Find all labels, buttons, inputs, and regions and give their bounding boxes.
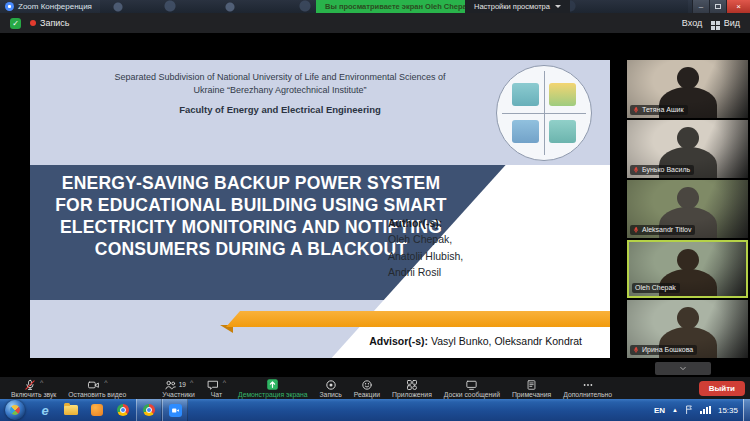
orange-app-icon[interactable] bbox=[84, 399, 110, 421]
muted-mic-icon bbox=[633, 106, 639, 114]
apps-icon bbox=[406, 379, 418, 391]
participant-nametag: Тетяна Ашик bbox=[630, 105, 688, 115]
view-button[interactable]: Вид bbox=[711, 18, 740, 28]
language-indicator[interactable]: EN bbox=[654, 406, 665, 415]
toolbar-item-label: Доски сообщений bbox=[444, 391, 500, 398]
toolbar-item-camera[interactable]: ^ Остановить видео bbox=[62, 377, 132, 399]
toolbar-item-label: Чат bbox=[211, 391, 222, 398]
more-icon bbox=[582, 379, 594, 391]
toolbar-item-chat[interactable]: ^ Чат bbox=[201, 377, 232, 399]
show-desktop-button[interactable] bbox=[743, 399, 750, 421]
orange-ribbon bbox=[226, 311, 610, 327]
faculty-name: Faculty of Energy and Electrical Enginee… bbox=[70, 104, 490, 115]
view-label: Вид bbox=[724, 18, 740, 28]
author-name: Anatolii Hlubish, bbox=[388, 248, 538, 264]
slide-header: Separated Subdivision of National Univer… bbox=[30, 60, 610, 165]
toolbar-item-share-screen[interactable]: Демонстрация экрана bbox=[232, 377, 313, 399]
toolbar-item-more[interactable]: Дополнительно bbox=[557, 377, 618, 399]
toolbar-item-label: Остановить видео bbox=[68, 391, 126, 398]
share-screen-icon bbox=[266, 378, 279, 391]
toolbar-item-notes[interactable]: Примечания bbox=[506, 377, 557, 399]
record-dot-icon bbox=[30, 20, 36, 26]
slide-title-band: ENERGY-SAVING BACKUP POWER SYSTEM FOR ED… bbox=[30, 165, 610, 300]
toolbar-item-label: Приложения bbox=[392, 391, 432, 398]
meeting-info-bar: ✓ Запись Вход Вид bbox=[0, 13, 750, 33]
system-tray: EN ▲ 15:35 bbox=[654, 399, 743, 421]
file-explorer-icon[interactable] bbox=[58, 399, 84, 421]
encryption-shield-icon[interactable]: ✓ bbox=[10, 18, 21, 29]
participant-tile[interactable]: Oleh Chepak bbox=[627, 240, 748, 298]
author-name: Andrii Rosil bbox=[388, 264, 538, 280]
whiteboard-icon bbox=[465, 379, 478, 391]
view-settings-button[interactable]: Настройки просмотра bbox=[465, 0, 570, 13]
chrome-icon[interactable] bbox=[110, 399, 136, 421]
participant-nametag: Oleh Chepak bbox=[632, 283, 680, 293]
participant-name: Oleh Chepak bbox=[635, 284, 676, 292]
taskbar-icons: e bbox=[32, 399, 188, 421]
minimize-button[interactable]: – bbox=[692, 0, 709, 13]
entry-button[interactable]: Вход bbox=[682, 18, 702, 28]
toolbar-item-reactions[interactable]: Реакции bbox=[348, 377, 386, 399]
expand-chevron[interactable]: ^ bbox=[104, 379, 107, 386]
zoom-app-icon bbox=[5, 2, 14, 11]
zoom-app-window: Zoom Конференция Вы просматриваете экран… bbox=[0, 0, 750, 421]
maximize-button[interactable] bbox=[709, 0, 726, 13]
participants-sidebar: Тетяна Ашик Бунько Василь Aleksandr Titl… bbox=[627, 60, 748, 360]
action-center-flag-icon[interactable] bbox=[685, 405, 693, 415]
toolbar-item-label: Включить звук bbox=[11, 391, 56, 398]
toolbar-items: ^ Включить звук ^ Остановить видео 19 ^ … bbox=[5, 377, 618, 399]
recording-label: Запись bbox=[40, 18, 70, 28]
notes-icon bbox=[526, 379, 537, 391]
internet-explorer-icon[interactable]: e bbox=[32, 399, 58, 421]
muted-mic-icon bbox=[633, 226, 639, 234]
participants-icon bbox=[164, 379, 177, 391]
chrome-open-icon[interactable] bbox=[136, 399, 162, 421]
author-name: Oleh Chepak, bbox=[388, 231, 538, 247]
zoom-taskbar-icon[interactable] bbox=[162, 399, 188, 421]
expand-chevron[interactable]: ^ bbox=[190, 379, 193, 386]
toolbar-item-label: Дополнительно bbox=[563, 391, 612, 398]
toolbar-item-label: Реакции bbox=[354, 391, 380, 398]
window-titlebar[interactable]: Zoom Конференция Вы просматриваете экран… bbox=[0, 0, 750, 13]
authors-block: Author(-s): Oleh Chepak, Anatolii Hlubis… bbox=[388, 215, 538, 280]
participant-nametag: Ирина Бошкова bbox=[630, 345, 697, 355]
participant-nametag: Бунько Василь bbox=[630, 165, 694, 175]
start-button[interactable] bbox=[5, 400, 25, 420]
toolbar-item-label: Демонстрация экрана bbox=[238, 391, 307, 398]
collapse-videos-button[interactable] bbox=[655, 362, 711, 375]
close-button[interactable]: × bbox=[726, 0, 750, 13]
toolbar-item-mic-muted[interactable]: ^ Включить звук bbox=[5, 377, 62, 399]
toolbar-item-label: Участники bbox=[162, 391, 194, 398]
participant-tile[interactable]: Ирина Бошкова bbox=[627, 300, 748, 358]
muted-mic-icon bbox=[633, 346, 639, 354]
participant-tile[interactable]: Бунько Василь bbox=[627, 120, 748, 178]
participant-name: Бунько Василь bbox=[642, 166, 690, 174]
network-signal-icon[interactable] bbox=[700, 406, 711, 414]
authors-label: Author(-s): bbox=[388, 215, 538, 231]
expand-chevron[interactable]: ^ bbox=[40, 379, 43, 386]
participant-tile[interactable]: Aleksandr Titlov bbox=[627, 180, 748, 238]
toolbar-item-apps[interactable]: Приложения bbox=[386, 377, 438, 399]
presentation-slide: Separated Subdivision of National Univer… bbox=[30, 60, 610, 358]
tray-expand-icon[interactable]: ▲ bbox=[672, 407, 678, 413]
participant-name: Тетяна Ашик bbox=[642, 106, 684, 114]
toolbar-item-participants[interactable]: 19 ^ Участники bbox=[156, 377, 200, 399]
recording-indicator: Запись bbox=[30, 18, 70, 28]
participant-list: Тетяна Ашик Бунько Василь Aleksandr Titl… bbox=[627, 60, 748, 358]
windows-flag-icon bbox=[8, 403, 22, 417]
grid-view-icon bbox=[711, 21, 715, 25]
leave-button[interactable]: Выйти bbox=[699, 381, 745, 396]
window-controls: – × bbox=[692, 0, 750, 13]
meeting-toolbar: ^ Включить звук ^ Остановить видео 19 ^ … bbox=[0, 377, 750, 399]
clock[interactable]: 15:35 bbox=[718, 406, 738, 415]
institution-name: Separated Subdivision of National Univer… bbox=[70, 71, 490, 96]
toolbar-item-label: Запись bbox=[320, 391, 342, 398]
expand-chevron[interactable]: ^ bbox=[223, 379, 226, 386]
participant-name: Ирина Бошкова bbox=[642, 346, 693, 354]
window-title: Zoom Конференция bbox=[18, 2, 92, 11]
share-banner: Вы просматриваете экран Oleh Chepak bbox=[316, 0, 480, 13]
toolbar-item-whiteboard[interactable]: Доски сообщений bbox=[438, 377, 506, 399]
chat-icon bbox=[207, 379, 219, 391]
toolbar-item-record[interactable]: Запись bbox=[314, 377, 348, 399]
participant-tile[interactable]: Тетяна Ашик bbox=[627, 60, 748, 118]
